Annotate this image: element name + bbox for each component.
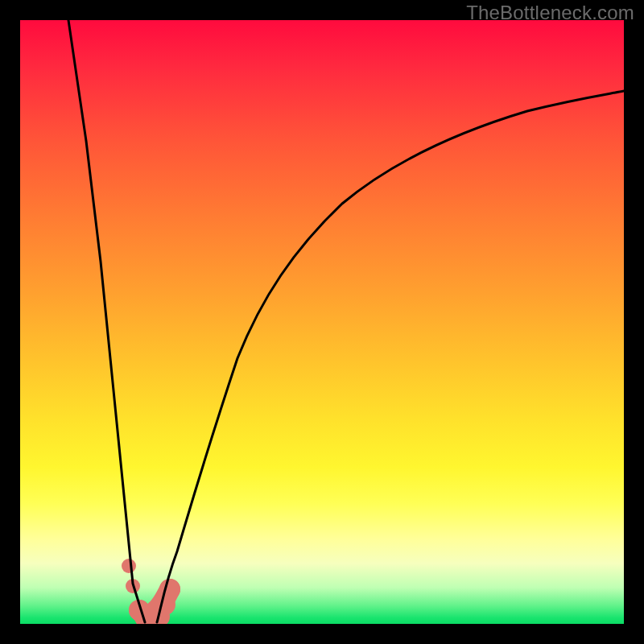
right-branch-line: [157, 91, 624, 622]
chart-frame: TheBottleneck.com: [0, 0, 644, 644]
svg-point-0: [122, 559, 136, 573]
left-branch-line: [68, 20, 145, 622]
plot-area: [20, 20, 624, 624]
curve-layer: [20, 20, 624, 624]
watermark-text: TheBottleneck.com: [466, 2, 634, 24]
